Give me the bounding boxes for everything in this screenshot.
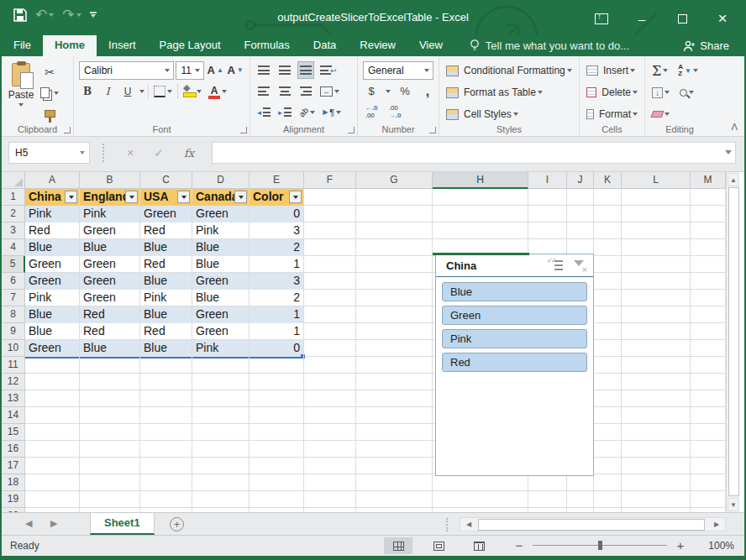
table-cell[interactable]: Red <box>25 222 80 239</box>
row-header-16[interactable]: 16 <box>2 441 25 458</box>
table-cell[interactable]: Red <box>140 222 192 239</box>
name-box[interactable]: H5 <box>8 142 90 164</box>
table-cell[interactable]: Green <box>80 290 140 306</box>
percent-style-button[interactable]: % <box>397 82 413 100</box>
scroll-up-arrow[interactable]: ▲ <box>728 173 739 186</box>
add-sheet-button[interactable]: + <box>170 517 184 531</box>
row-header-2[interactable]: 2 <box>2 206 25 222</box>
row-header-17[interactable]: 17 <box>2 458 25 474</box>
table-cell[interactable]: Blue <box>25 306 80 323</box>
cut-button[interactable]: ✂ <box>39 63 60 81</box>
multi-select-icon[interactable] <box>549 259 563 271</box>
bold-button[interactable]: B <box>79 82 96 100</box>
tab-scrollbar-splitter[interactable] <box>446 518 448 531</box>
tab-insert[interactable]: Insert <box>97 35 148 56</box>
middle-align-button[interactable] <box>276 61 293 79</box>
filter-dropdown-usa[interactable] <box>177 191 190 203</box>
table-cell[interactable]: 2 <box>250 239 304 256</box>
column-header-d[interactable]: D <box>192 172 250 189</box>
vertical-scrollbar[interactable]: ▲ ▼ <box>726 172 739 512</box>
table-cell[interactable]: 0 <box>250 340 304 357</box>
column-header-k[interactable]: K <box>594 172 622 189</box>
row-header-9[interactable]: 9 <box>2 323 25 340</box>
tab-file[interactable]: File <box>2 35 43 56</box>
orientation-button[interactable]: ab <box>297 103 317 121</box>
fill-button[interactable]: ↓ <box>650 84 671 102</box>
table-cell[interactable]: Green <box>25 340 80 357</box>
table-cell[interactable]: Blue <box>192 290 250 306</box>
table-cell[interactable]: Green <box>192 306 250 323</box>
ribbon-display-options-button[interactable] <box>585 6 618 31</box>
column-header-l[interactable]: L <box>622 172 691 189</box>
slicer-item-red[interactable]: Red <box>442 353 587 372</box>
table-cell[interactable]: Green <box>25 256 80 273</box>
row-header-1[interactable]: 1 <box>2 189 25 206</box>
conditional-formatting-button[interactable]: Conditional Formatting <box>444 62 574 80</box>
font-size-combo[interactable]: 11 <box>176 61 204 80</box>
decrease-decimal-button[interactable]: .00→.0 <box>386 103 403 121</box>
increase-font-button[interactable]: A▲ <box>206 61 224 79</box>
tab-data[interactable]: Data <box>302 35 348 56</box>
table-cell[interactable]: Pink <box>25 290 80 306</box>
name-box-dropdown[interactable] <box>80 151 85 154</box>
delete-cells-button[interactable]: Delete <box>585 84 639 102</box>
namebox-splitter[interactable] <box>102 144 104 162</box>
column-header-h[interactable]: H <box>433 172 528 189</box>
row-header-14[interactable]: 14 <box>2 407 25 424</box>
alignment-dialog-launcher[interactable] <box>348 127 355 133</box>
page-layout-view-button[interactable] <box>424 537 453 554</box>
filter-dropdown-color[interactable] <box>289 191 302 203</box>
enter-button-formula[interactable]: ✓ <box>146 142 171 164</box>
center-button[interactable] <box>276 82 293 100</box>
table-cell[interactable]: 1 <box>250 256 304 273</box>
row-header-7[interactable]: 7 <box>2 290 25 306</box>
zoom-out-button[interactable]: − <box>514 538 524 552</box>
filter-dropdown-china[interactable] <box>65 191 77 203</box>
table-cell[interactable]: Red <box>80 323 140 340</box>
zoom-slider-track[interactable] <box>533 545 667 546</box>
paste-button[interactable]: Paste <box>3 60 39 122</box>
text-direction-button[interactable]: ▶¶ <box>321 103 343 121</box>
table-cell[interactable]: Green <box>25 273 80 290</box>
slicer-item-green[interactable]: Green <box>442 306 587 325</box>
zoom-level[interactable]: 100% <box>708 540 734 552</box>
table-cell[interactable]: 1 <box>250 306 304 323</box>
accounting-format-button[interactable]: $ <box>363 82 380 100</box>
column-header-f[interactable]: F <box>304 172 356 189</box>
scroll-down-arrow[interactable]: ▼ <box>728 498 739 511</box>
table-cell[interactable]: Blue <box>140 239 192 256</box>
format-painter-button[interactable] <box>39 105 60 123</box>
number-format-combo[interactable]: General <box>363 61 433 80</box>
number-dialog-launcher[interactable] <box>429 127 436 133</box>
table-cell[interactable]: Pink <box>192 340 250 357</box>
comma-style-button[interactable]: , <box>419 82 436 100</box>
underline-button[interactable]: U <box>119 82 136 100</box>
format-cells-button[interactable]: Format <box>585 106 639 123</box>
row-header-4[interactable]: 4 <box>2 239 25 256</box>
table-cell[interactable]: Green <box>80 256 140 273</box>
clear-filter-icon[interactable] <box>573 259 586 271</box>
close-button[interactable]: × <box>706 6 739 31</box>
table-cell[interactable]: Blue <box>192 239 250 256</box>
zoom-in-button[interactable]: + <box>675 538 686 552</box>
horizontal-scroll-thumb[interactable] <box>478 519 705 531</box>
vertical-scroll-thumb[interactable] <box>728 187 739 496</box>
normal-view-button[interactable] <box>384 537 412 554</box>
find-select-button[interactable] <box>678 84 696 102</box>
cell-styles-button[interactable]: Cell Styles <box>444 106 520 123</box>
row-header-13[interactable]: 13 <box>2 390 25 407</box>
accounting-dropdown[interactable] <box>386 90 391 93</box>
italic-button[interactable]: I <box>99 82 116 100</box>
sheet-nav-right-icon[interactable]: ▶ <box>50 518 57 529</box>
column-header-i[interactable]: I <box>528 172 567 189</box>
table-cell[interactable]: Green <box>80 273 140 290</box>
column-header-j[interactable]: J <box>567 172 594 189</box>
table-cell[interactable]: Blue <box>25 239 80 256</box>
tell-me-box[interactable]: Tell me what you want to do... <box>470 35 629 56</box>
font-color-button[interactable]: A <box>207 82 229 100</box>
column-header-m[interactable]: M <box>691 172 726 189</box>
filter-dropdown-canada[interactable] <box>234 191 247 203</box>
share-button[interactable]: Share <box>676 35 736 56</box>
column-header-a[interactable]: A <box>25 172 80 189</box>
decrease-font-button[interactable]: A▼ <box>226 61 244 79</box>
